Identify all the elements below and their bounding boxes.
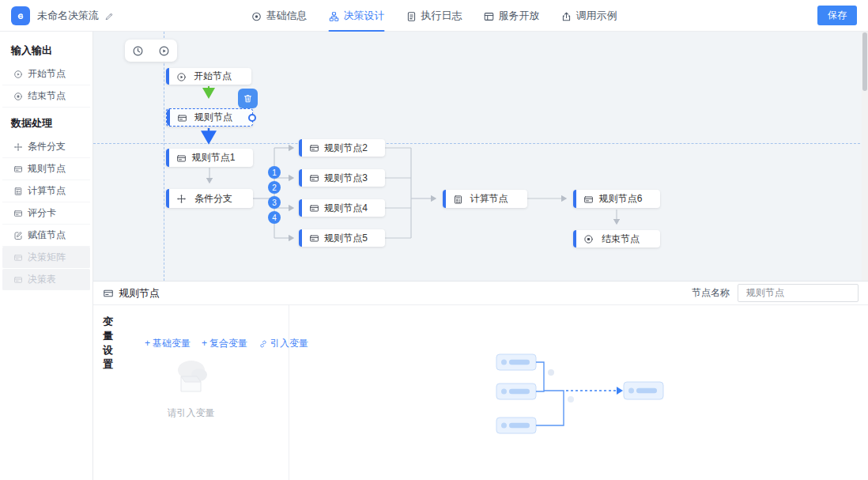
tab-basic-info[interactable]: 基础信息: [251, 0, 308, 32]
variables-column: 变量设置 + 基础变量 + 复合变量: [93, 305, 289, 480]
empty-state: 请引入变量: [93, 357, 289, 420]
run-play-icon[interactable]: [158, 45, 170, 57]
flow-node-start[interactable]: 开始节点: [166, 68, 251, 85]
add-basic-variable-link[interactable]: + 基础变量: [145, 337, 191, 350]
palette-item-start-node[interactable]: 开始节点: [2, 63, 90, 85]
scrollbar-thumb[interactable]: [862, 32, 867, 91]
edit-title-icon[interactable]: [104, 9, 115, 23]
card-icon: [13, 274, 23, 285]
flow-node-rule3[interactable]: 规则节点3: [299, 169, 385, 187]
calculator-icon: [13, 186, 23, 197]
flow-node-rule1[interactable]: 规则节点1: [166, 149, 253, 167]
play-circle-icon: [13, 69, 23, 80]
tab-call-example[interactable]: 调用示例: [561, 0, 617, 32]
tab-execution-log[interactable]: 执行日志: [406, 0, 462, 32]
flow-node-rule6[interactable]: 规则节点6: [573, 190, 660, 208]
palette-item-rule-node[interactable]: 规则节点: [2, 158, 90, 180]
card-icon: [299, 232, 319, 244]
share-icon: [561, 9, 572, 22]
card-icon: [13, 252, 23, 263]
flow-node-rule2[interactable]: 规则节点2: [299, 139, 385, 157]
palette-item-end-node[interactable]: 结束节点: [2, 85, 90, 108]
alignment-guide-vertical: [164, 32, 164, 281]
node-name-label: 节点名称: [692, 286, 730, 300]
palette-item-calc-node[interactable]: 计算节点: [2, 180, 90, 202]
panel-header: 规则节点 节点名称: [93, 282, 868, 305]
empty-state-text: 请引入变量: [168, 406, 215, 420]
app-logo: [11, 6, 30, 25]
card-icon: [573, 193, 594, 204]
canvas-scrollbar[interactable]: [862, 32, 868, 281]
plus-icon: +: [202, 338, 207, 349]
branch-number-badge: 1: [268, 166, 281, 179]
branch-number-badge: 4: [268, 211, 281, 224]
section-title-io: 输入输出: [0, 35, 92, 63]
tab-service-open[interactable]: 服务开放: [484, 0, 540, 32]
branch-number-badge: 2: [268, 181, 281, 194]
delete-node-button[interactable]: [238, 89, 258, 108]
stop-circle-icon: [13, 91, 23, 102]
calculator-icon: [443, 193, 463, 204]
connector-handle[interactable]: [248, 114, 256, 122]
flow-title: 未命名决策流: [37, 9, 99, 23]
card-icon: [13, 208, 23, 219]
palette-item-scorecard[interactable]: 评分卡: [2, 202, 90, 225]
card-icon: [299, 142, 319, 153]
tab-decision-design[interactable]: 决策设计: [329, 0, 385, 32]
flow-node-rule4[interactable]: 规则节点4: [299, 199, 385, 217]
save-button[interactable]: 保存: [817, 6, 857, 25]
palette-item-decision-table: 决策表: [2, 269, 90, 291]
play-circle-icon: [166, 70, 187, 81]
flow-node-branch[interactable]: 条件分支: [166, 189, 253, 208]
log-icon: [406, 9, 417, 22]
flow-node-calc[interactable]: 计算节点: [443, 190, 527, 208]
palette-item-assign-node[interactable]: 赋值节点: [2, 225, 90, 247]
flow-skeleton-illustration: [487, 350, 693, 452]
node-palette-sidebar: 输入输出 开始节点 结束节点 数据处理 条件分支 规则节点 计算节点 评分卡: [0, 32, 93, 480]
card-icon: [166, 152, 187, 163]
gear-icon: [251, 9, 262, 22]
panel-title: 规则节点: [119, 286, 160, 300]
section-title-data-processing: 数据处理: [0, 108, 92, 136]
flow-icon: [329, 9, 340, 22]
history-clock-icon[interactable]: [132, 45, 144, 57]
move-cross-icon: [166, 193, 187, 204]
flow-canvas[interactable]: 开始节点 规则节点 规则节点1 条件分支 1 2 3 4 规则节点2: [93, 32, 868, 281]
add-composite-variable-link[interactable]: + 复合变量: [202, 337, 247, 350]
preview-column: [289, 305, 868, 480]
move-cross-icon: [13, 142, 23, 153]
card-icon: [103, 286, 114, 300]
card-icon: [299, 202, 319, 214]
palette-item-decision-matrix: 决策矩阵: [2, 247, 90, 269]
service-icon: [484, 9, 495, 22]
canvas-toolbar: [125, 40, 177, 62]
nav-tabs: 基础信息 决策设计 执行日志 服务开放 调用示例: [251, 0, 617, 32]
plus-icon: +: [145, 338, 150, 349]
empty-box-illustration: [169, 357, 213, 397]
flow-node-rule-selected[interactable]: 规则节点: [166, 108, 253, 127]
stop-circle-icon: [573, 233, 594, 244]
node-name-input[interactable]: [738, 284, 859, 302]
link-icon: [259, 338, 268, 349]
node-config-panel: 规则节点 节点名称 变量设置 + 基础变量: [93, 281, 868, 480]
card-icon: [299, 172, 319, 183]
flow-node-rule5[interactable]: 规则节点5: [299, 229, 385, 247]
flow-node-end[interactable]: 结束节点: [573, 230, 660, 248]
branch-number-badge: 3: [268, 196, 281, 209]
alignment-guide-horizontal: [93, 143, 868, 144]
card-icon: [167, 111, 187, 123]
edit-square-icon: [13, 230, 23, 241]
card-icon: [13, 164, 23, 175]
top-bar: 未命名决策流 基础信息 决策设计 执行日志 服务开放 调用示例 保存: [0, 0, 868, 32]
palette-item-condition-branch[interactable]: 条件分支: [2, 136, 90, 158]
